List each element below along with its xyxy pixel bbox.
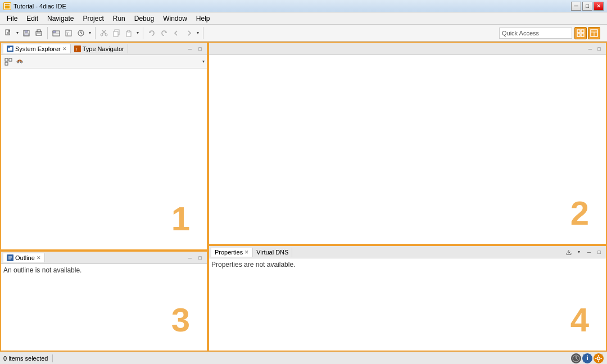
- panel-3-minimize[interactable]: ─: [185, 253, 194, 262]
- panel-3: Outline ✕ ─ □ An outline is not availabl…: [0, 251, 208, 352]
- redo-btn[interactable]: [158, 27, 170, 39]
- outline-tab-icon: [7, 254, 13, 261]
- save-button[interactable]: [20, 27, 33, 39]
- tab-properties[interactable]: Properties ✕: [211, 248, 253, 257]
- forward-btn[interactable]: [183, 27, 195, 39]
- tab-virtual-dns[interactable]: Virtual DNS: [253, 248, 292, 257]
- panel-4-minimize[interactable]: ─: [585, 248, 594, 257]
- status-separator: [52, 354, 53, 362]
- back-btn[interactable]: [170, 27, 183, 39]
- properties-tab-close[interactable]: ✕: [244, 249, 249, 255]
- panel-3-content: An outline is not available. 3: [1, 264, 207, 351]
- system-explorer-tab-close[interactable]: ✕: [62, 46, 67, 52]
- panel-1-content: 1: [1, 69, 207, 249]
- menu-edit[interactable]: Edit: [22, 13, 43, 24]
- svg-rect-42: [5, 58, 8, 61]
- panel-2-maximize[interactable]: □: [595, 44, 604, 53]
- toolbar-dropdown-btn[interactable]: ▾: [15, 27, 20, 39]
- menu-window[interactable]: Window: [158, 13, 192, 24]
- svg-line-54: [576, 358, 578, 360]
- properties-text: Properties are not available.: [211, 261, 295, 269]
- status-icons: [571, 353, 604, 363]
- menu-file[interactable]: File: [2, 13, 22, 24]
- status-icon-settings[interactable]: [594, 353, 604, 363]
- right-panel: ─ □ 2 Properties ✕ Virtual DNS: [208, 42, 607, 352]
- new-button[interactable]: [2, 27, 15, 39]
- panel-4-export[interactable]: [564, 248, 573, 257]
- svg-line-19: [81, 33, 83, 34]
- toolbar-dropdown2[interactable]: ▾: [87, 27, 93, 39]
- quick-access-input[interactable]: Quick Access: [499, 28, 572, 39]
- svg-rect-7: [25, 30, 28, 33]
- menu-project[interactable]: Project: [78, 13, 108, 24]
- virtual-dns-tab-label: Virtual DNS: [256, 249, 288, 256]
- toolbar-dropdown3[interactable]: ▾: [135, 27, 141, 39]
- panel-1-controls: ─ □: [185, 44, 205, 53]
- toolbar-group-undo: ▾: [146, 27, 203, 39]
- toolbar-dropdown4[interactable]: ▾: [195, 27, 201, 39]
- app-icon: [3, 2, 11, 10]
- close-button[interactable]: ✕: [594, 2, 604, 11]
- outline-tab-close[interactable]: ✕: [37, 255, 41, 261]
- panel-3-header: Outline ✕ ─ □: [1, 252, 207, 264]
- panel-1-number: 1: [171, 199, 190, 238]
- system-explorer-btn[interactable]: [50, 27, 62, 39]
- svg-rect-44: [5, 62, 8, 65]
- toolbar-group-nav: T ▾: [50, 27, 96, 39]
- tab-outline[interactable]: Outline ✕: [3, 253, 45, 262]
- menu-navigate[interactable]: Navigate: [43, 13, 78, 24]
- panel-4-maximize[interactable]: □: [595, 248, 604, 257]
- svg-rect-27: [128, 30, 130, 32]
- panel-4-dropdown[interactable]: ▾: [574, 248, 583, 257]
- properties-tab-label: Properties: [215, 249, 243, 256]
- toolbar: ▾ T ▾ ▾: [0, 25, 607, 42]
- menu-debug[interactable]: Debug: [130, 13, 158, 24]
- svg-rect-30: [577, 30, 580, 33]
- outline-text: An outline is not available.: [3, 266, 81, 274]
- type-nav-tab-label: Type Navigator: [83, 46, 124, 52]
- main-area: System Explorer ✕ T Type Navigator ─ □: [0, 42, 607, 352]
- restore-button[interactable]: □: [582, 2, 592, 11]
- toolbar-btn3[interactable]: [75, 27, 87, 39]
- panel-1-view-menu[interactable]: ▾: [202, 59, 205, 64]
- type-nav-btn[interactable]: T: [62, 27, 75, 39]
- panel-4-content: Properties are not available. 4: [209, 258, 606, 351]
- panel-3-maximize[interactable]: □: [196, 253, 205, 262]
- panel-2-content[interactable]: 2: [209, 55, 606, 244]
- window-title: Tutorial - 4diac IDE: [13, 3, 571, 10]
- svg-rect-31: [581, 30, 584, 33]
- system-explorer-tab-icon: [7, 46, 13, 52]
- type-nav-tab-icon: T: [74, 46, 81, 52]
- status-icon-connect[interactable]: [571, 353, 581, 363]
- panel-1-maximize[interactable]: □: [196, 44, 205, 53]
- tab-type-navigator[interactable]: T Type Navigator: [71, 44, 128, 53]
- undo-btn[interactable]: [146, 27, 158, 39]
- panel-2-minimize[interactable]: ─: [586, 44, 595, 53]
- panel-1-minimize[interactable]: ─: [185, 44, 194, 53]
- minimize-button[interactable]: ─: [571, 2, 581, 11]
- left-panel: System Explorer ✕ T Type Navigator ─ □: [0, 42, 208, 352]
- panel-1-header: System Explorer ✕ T Type Navigator ─ □: [1, 43, 207, 55]
- print-button[interactable]: [33, 27, 45, 39]
- cut-btn[interactable]: [98, 27, 110, 39]
- tab-system-explorer[interactable]: System Explorer ✕: [3, 44, 71, 53]
- perspective-btn2[interactable]: [588, 27, 600, 39]
- perspective-btn1[interactable]: [574, 27, 587, 39]
- svg-rect-0: [4, 3, 10, 9]
- svg-rect-43: [9, 58, 12, 61]
- link-with-editor-btn[interactable]: [15, 57, 25, 67]
- paste-btn[interactable]: [123, 27, 135, 39]
- status-icon-info[interactable]: [582, 353, 592, 363]
- svg-rect-32: [577, 34, 580, 37]
- outline-tab-label: Outline: [15, 254, 35, 261]
- panel-1-toolbar: ▾: [1, 55, 207, 69]
- collapse-all-btn[interactable]: [3, 57, 13, 67]
- copy-btn[interactable]: [110, 27, 123, 39]
- menu-run[interactable]: Run: [108, 13, 130, 24]
- status-bar: 0 items selected: [0, 352, 607, 364]
- svg-rect-11: [37, 34, 41, 35]
- menu-bar: File Edit Navigate Project Run Debug Win…: [0, 12, 607, 25]
- menu-help[interactable]: Help: [192, 13, 215, 24]
- svg-rect-39: [8, 47, 10, 48]
- title-bar-buttons: ─ □ ✕: [571, 2, 604, 11]
